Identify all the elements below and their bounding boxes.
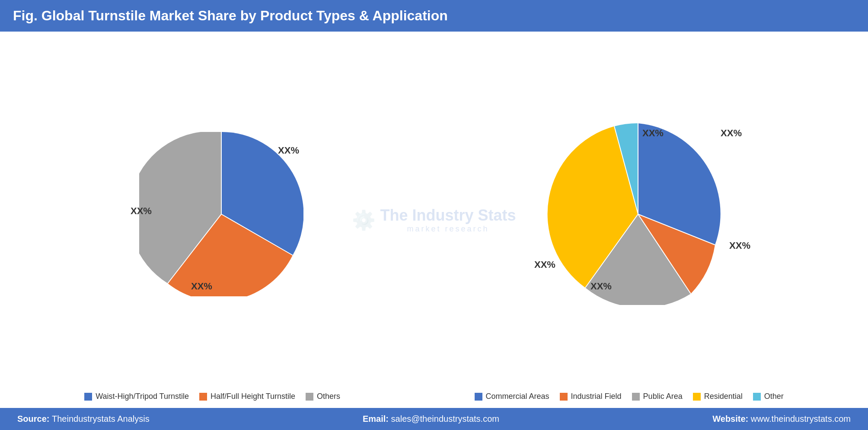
legend2-dot-2: [632, 393, 640, 401]
legend1-dot-2: [306, 393, 313, 401]
legend1-group: Waist-High/Tripod Turnstile Half/Full He…: [84, 392, 340, 401]
chart1-wrapper: XX% XX% XX%: [139, 132, 303, 296]
chart-title: Fig. Global Turnstile Market Share by Pr…: [0, 0, 868, 32]
footer-email: Email: sales@theindustrystats.com: [363, 414, 499, 424]
legend1-dot-0: [84, 393, 92, 401]
legend2-label-0: Commercial Areas: [486, 392, 549, 401]
legend2-item-4: Other: [753, 392, 784, 401]
legend2-item-3: Residential: [693, 392, 743, 401]
legend1-item-0: Waist-High/Tripod Turnstile: [84, 392, 189, 401]
legend1-item-2: Others: [306, 392, 340, 401]
chart2-label-yellow: XX%: [534, 259, 555, 270]
legend2-item-2: Public Area: [632, 392, 683, 401]
content-area: ⚙️ The Industry Stats market research: [0, 32, 868, 408]
email-value: sales@theindustrystats.com: [391, 414, 499, 424]
legend2-dot-0: [475, 393, 482, 401]
footer-website: Website: www.theindustrystats.com: [712, 414, 851, 424]
legend2-item-1: Industrial Field: [560, 392, 622, 401]
title-text: Fig. Global Turnstile Market Share by Pr…: [13, 8, 448, 23]
charts-row: XX% XX% XX%: [17, 40, 851, 388]
chart1-pie: XX% XX% XX%: [139, 132, 303, 296]
chart1-label-blue: XX%: [278, 145, 299, 156]
legend2-item-0: Commercial Areas: [475, 392, 549, 401]
legend2-dot-4: [753, 393, 761, 401]
legend1-label-2: Others: [317, 392, 340, 401]
footer: Source: Theindustrystats Analysis Email:…: [0, 408, 868, 430]
chart2-pie: XX% XX% XX% XX% XX%: [547, 123, 729, 305]
legend2-label-3: Residential: [704, 392, 743, 401]
footer-source: Source: Theindustrystats Analysis: [17, 414, 150, 424]
legend1-label-1: Half/Full Height Turnstile: [211, 392, 295, 401]
website-value: www.theindustrystats.com: [751, 414, 851, 424]
legend2-label-2: Public Area: [643, 392, 683, 401]
legend2-label-1: Industrial Field: [571, 392, 622, 401]
legend2-label-4: Other: [764, 392, 784, 401]
source-label: Source:: [17, 414, 49, 424]
website-label: Website:: [712, 414, 748, 424]
chart1-label-gray: XX%: [131, 205, 152, 217]
legend2-dot-3: [693, 393, 701, 401]
email-label: Email:: [363, 414, 389, 424]
legend2-dot-1: [560, 393, 568, 401]
chart2-label-orange: XX%: [729, 240, 750, 251]
legend2-group: Commercial Areas Industrial Field Public…: [475, 392, 784, 401]
chart2-label-blue: XX%: [721, 128, 742, 139]
chart2-label-gray: XX%: [590, 281, 612, 292]
legend-row: Waist-High/Tripod Turnstile Half/Full He…: [17, 388, 851, 404]
main-container: Fig. Global Turnstile Market Share by Pr…: [0, 0, 868, 430]
chart1-label-orange: XX%: [191, 281, 212, 292]
source-value: Theindustrystats Analysis: [52, 414, 150, 424]
legend1-dot-1: [199, 393, 207, 401]
legend1-label-0: Waist-High/Tripod Turnstile: [96, 392, 189, 401]
legend1-item-1: Half/Full Height Turnstile: [199, 392, 295, 401]
chart2-label-teal: XX%: [642, 128, 664, 139]
chart2-wrapper: XX% XX% XX% XX% XX%: [547, 123, 729, 305]
